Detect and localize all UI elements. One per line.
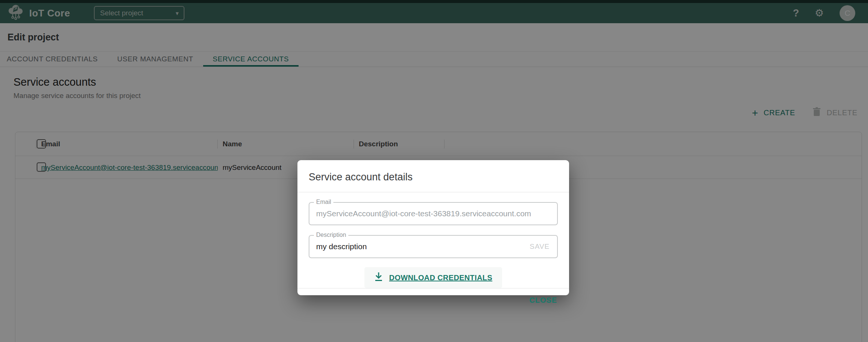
download-credentials-label: DOWNLOAD CREDENTIALS	[389, 274, 492, 282]
service-account-details-dialog: Service account details Email Descriptio…	[297, 160, 569, 295]
download-icon	[374, 272, 383, 283]
email-field-label: Email	[314, 199, 333, 205]
description-input[interactable]	[316, 242, 529, 251]
dialog-title: Service account details	[297, 160, 569, 192]
app-root: IoT Core Select project ▾ ? ⚙ C Edit pro…	[0, 0, 868, 342]
description-field-label: Description	[314, 232, 348, 238]
dialog-body: Email Description SAVE	[297, 192, 569, 288]
email-field: Email	[309, 202, 558, 225]
email-input[interactable]	[316, 209, 550, 218]
download-credentials-button[interactable]: DOWNLOAD CREDENTIALS	[364, 267, 502, 288]
download-area: DOWNLOAD CREDENTIALS	[309, 267, 558, 288]
dialog-footer: CLOSE	[297, 288, 569, 313]
save-button[interactable]: SAVE	[529, 242, 550, 251]
close-button[interactable]: CLOSE	[529, 294, 558, 306]
description-field: Description SAVE	[309, 235, 558, 258]
